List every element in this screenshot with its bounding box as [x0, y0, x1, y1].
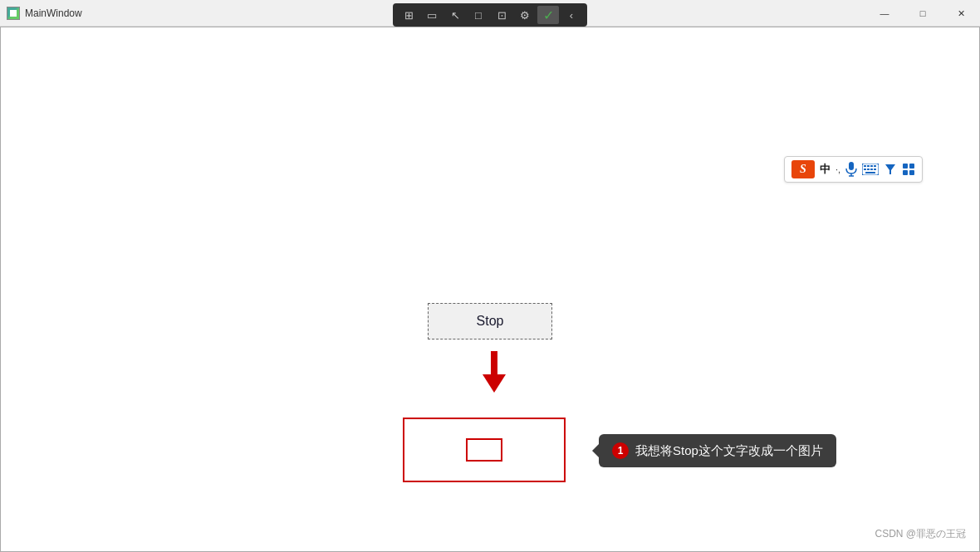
monitor-toolbar-btn[interactable]: ▭ [421, 6, 443, 24]
inner-rect [466, 438, 502, 462]
select-rect-toolbar-btn[interactable]: ⊡ [491, 6, 512, 24]
svg-rect-10 [870, 169, 873, 170]
ime-grid-icon[interactable] [902, 163, 915, 176]
annotation-text: 我想将Stop这个文字改成一个图片 [635, 443, 823, 459]
svg-rect-12 [865, 172, 875, 173]
main-content: S 中 ·, [0, 27, 980, 552]
maximize-button[interactable]: □ [904, 0, 942, 27]
svg-rect-4 [864, 165, 866, 167]
title-bar: MainWindow ⊞ ▭ ↖ □ ⊡ ⚙ ✓ ‹ — □ ✕ [0, 0, 980, 27]
stop-button[interactable]: Stop [428, 303, 552, 340]
window-title: MainWindow [25, 7, 82, 19]
close-button[interactable]: ✕ [942, 0, 980, 27]
svg-rect-9 [867, 169, 870, 170]
arrow-head [483, 374, 506, 393]
arrow-down-indicator [483, 351, 506, 393]
chevron-toolbar-btn[interactable]: ‹ [561, 6, 582, 24]
grid-toolbar-btn[interactable]: ⊞ [398, 6, 419, 24]
svg-rect-16 [903, 170, 908, 175]
ime-keyboard-icon[interactable] [862, 164, 879, 175]
svg-rect-15 [909, 164, 914, 169]
ime-toolbar: S 中 ·, [784, 156, 923, 183]
svg-rect-14 [903, 164, 908, 169]
watermark: CSDN @罪恶の王冠 [875, 527, 966, 541]
svg-marker-13 [885, 164, 895, 174]
stop-button-container: Stop [425, 300, 555, 342]
cursor-toolbar-btn[interactable]: ↖ [444, 6, 466, 24]
check-toolbar-btn[interactable]: ✓ [537, 6, 559, 24]
window-controls: — □ ✕ [865, 0, 980, 27]
minimize-button[interactable]: — [865, 0, 904, 27]
svg-rect-7 [874, 165, 876, 167]
svg-rect-0 [849, 162, 854, 170]
svg-rect-6 [870, 165, 873, 167]
app-icon [7, 7, 20, 20]
svg-rect-17 [909, 170, 914, 175]
red-box-container [403, 418, 566, 482]
ime-logo: S [791, 160, 815, 178]
svg-rect-11 [874, 169, 876, 170]
ime-filter-icon[interactable] [884, 163, 897, 176]
bubble-number: 1 [612, 442, 629, 459]
settings-toolbar-btn[interactable]: ⚙ [514, 6, 536, 24]
ime-mic-icon[interactable] [845, 162, 857, 177]
arrow-shaft [491, 351, 497, 374]
ime-chinese-mode[interactable]: 中 [820, 162, 831, 177]
svg-rect-5 [867, 165, 870, 167]
ime-punctuation[interactable]: ·, [835, 164, 840, 174]
main-toolbar: ⊞ ▭ ↖ □ ⊡ ⚙ ✓ ‹ [393, 3, 587, 27]
rect-toolbar-btn[interactable]: □ [468, 6, 489, 24]
svg-rect-8 [864, 169, 866, 170]
annotation-bubble: 1 我想将Stop这个文字改成一个图片 [599, 434, 836, 467]
